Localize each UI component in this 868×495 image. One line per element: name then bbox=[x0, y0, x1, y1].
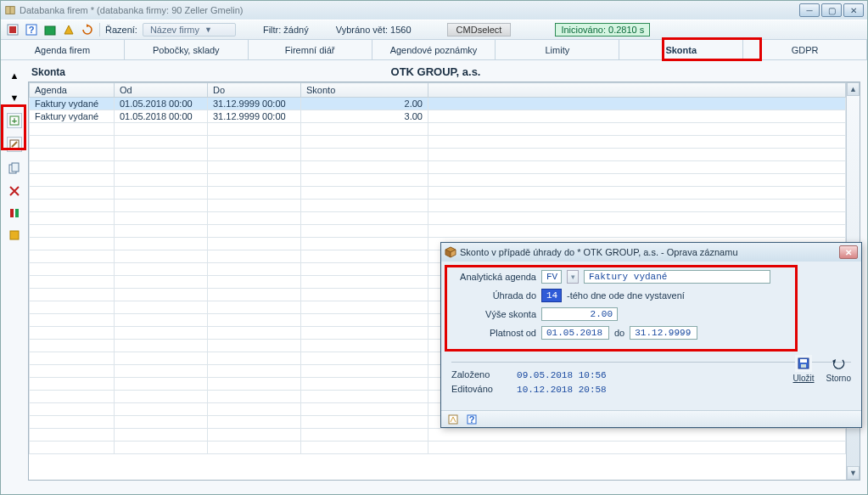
table-row[interactable] bbox=[30, 225, 846, 238]
svg-text:?: ? bbox=[469, 414, 475, 425]
new-record-icon[interactable]: + bbox=[7, 113, 22, 128]
table-row[interactable]: Faktury vydané 01.05.2018 00:00 31.12.99… bbox=[30, 98, 846, 110]
cell-od: 01.05.2018 00:00 bbox=[115, 98, 208, 110]
table-row[interactable] bbox=[30, 136, 846, 149]
dialog-titlebar[interactable]: Skonto v případě úhrady do * OTK GROUP, … bbox=[441, 243, 861, 262]
amount-input[interactable]: 2.00 bbox=[541, 307, 618, 321]
valid-from-label: Platnost od bbox=[451, 328, 536, 338]
tab-agenda-firem[interactable]: Agenda firem bbox=[1, 40, 125, 59]
scroll-up-button[interactable]: ▲ bbox=[847, 82, 860, 96]
table-row[interactable] bbox=[30, 212, 846, 225]
sort-value: Název firmy bbox=[150, 25, 199, 35]
tab-agendove-poznamky[interactable]: Agendové poznámky bbox=[372, 40, 496, 59]
svg-text:?: ? bbox=[29, 25, 35, 35]
cell-agenda: Faktury vydané bbox=[30, 98, 115, 110]
cell-skonto: 3.00 bbox=[301, 110, 428, 123]
col-do[interactable]: Do bbox=[208, 83, 301, 98]
undo-icon bbox=[830, 355, 847, 372]
refresh-icon[interactable] bbox=[81, 23, 94, 37]
table-row[interactable] bbox=[30, 149, 846, 161]
cell-do: 31.12.9999 00:00 bbox=[208, 98, 301, 110]
tab-firemni-diar[interactable]: Firemní diář bbox=[249, 40, 372, 59]
due-suffix-label: -tého dne ode dne vystavení bbox=[567, 290, 685, 301]
status-box: Iniciováno: 0.2810 s bbox=[555, 23, 650, 37]
due-label: Úhrada do bbox=[451, 290, 536, 301]
maximize-button[interactable]: ▢ bbox=[821, 3, 842, 17]
chevron-down-icon: ▾ bbox=[571, 273, 575, 281]
tab-skonta[interactable]: Skonta bbox=[619, 40, 743, 59]
company-name: OTK GROUP, a.s. bbox=[65, 65, 806, 78]
svg-rect-13 bbox=[10, 209, 14, 217]
table-row[interactable] bbox=[30, 442, 846, 454]
scroll-down-button[interactable]: ▼ bbox=[847, 466, 860, 480]
table-row[interactable] bbox=[30, 429, 846, 442]
selected-label: Vybráno vět: 1560 bbox=[336, 25, 412, 35]
panel-title: Skonta bbox=[31, 66, 65, 78]
agenda-name-input[interactable]: Faktury vydané bbox=[584, 270, 770, 284]
created-value: 09.05.2018 10:56 bbox=[517, 370, 607, 380]
dialog-close-button[interactable]: ✕ bbox=[839, 245, 858, 259]
due-value-input[interactable]: 14 bbox=[541, 289, 562, 302]
copy-record-icon[interactable] bbox=[7, 160, 22, 176]
minimize-button[interactable]: ─ bbox=[799, 3, 820, 17]
valid-to-label: do bbox=[614, 328, 624, 338]
sort-dropdown[interactable]: Název firmy ▼ bbox=[143, 23, 236, 37]
app-icon bbox=[4, 4, 16, 16]
table-row[interactable] bbox=[30, 187, 846, 200]
cancel-button[interactable]: Storno bbox=[826, 355, 851, 383]
edited-value: 10.12.2018 20:58 bbox=[517, 385, 607, 395]
cell-skonto: 2.00 bbox=[301, 98, 428, 110]
svg-rect-20 bbox=[800, 359, 807, 363]
tool-icon-8[interactable] bbox=[8, 228, 21, 242]
box-icon bbox=[445, 246, 456, 258]
cell-filler bbox=[428, 110, 846, 123]
toolbar-icon-1[interactable] bbox=[6, 23, 20, 37]
col-filler bbox=[428, 83, 846, 98]
footer-icon-1[interactable] bbox=[446, 413, 460, 426]
valid-from-input[interactable]: 01.05.2018 bbox=[541, 326, 609, 340]
delete-record-icon[interactable] bbox=[8, 184, 21, 198]
cell-od: 01.05.2018 00:00 bbox=[115, 110, 208, 123]
table-row[interactable]: Faktury vydané 01.05.2018 00:00 31.12.99… bbox=[30, 110, 846, 123]
window-title-text: Databanka firem * (databanka firmy: 90 Z… bbox=[20, 5, 244, 15]
grid-header-row: Agenda Od Do Skonto bbox=[30, 83, 846, 98]
agenda-code-input[interactable]: FV bbox=[541, 270, 562, 284]
toolbar-separator bbox=[99, 23, 100, 37]
first-record-icon[interactable]: ▲ bbox=[8, 69, 21, 82]
filter-label: Filtr: žádný bbox=[263, 25, 309, 35]
tool-icon-7[interactable] bbox=[8, 206, 21, 220]
svg-rect-14 bbox=[15, 209, 19, 217]
svg-rect-15 bbox=[10, 231, 19, 239]
table-row[interactable] bbox=[30, 174, 846, 187]
toolbar-icon-4[interactable] bbox=[62, 23, 76, 37]
toolbar-icon-3[interactable] bbox=[43, 23, 57, 37]
cell-filler bbox=[428, 98, 846, 110]
tab-pobocky-sklady[interactable]: Pobočky, sklady bbox=[125, 40, 249, 59]
left-toolstrip: ▲ ▼ + bbox=[4, 64, 25, 487]
table-row[interactable] bbox=[30, 200, 846, 212]
sort-label: Řazení: bbox=[105, 25, 137, 35]
agenda-dropdown-button[interactable]: ▾ bbox=[567, 270, 579, 284]
toolbar: ? Řazení: Název firmy ▼ Filtr: žádný Vyb… bbox=[1, 20, 867, 40]
col-skonto[interactable]: Skonto bbox=[301, 83, 428, 98]
dialog-footer: ? bbox=[441, 410, 861, 427]
svg-rect-3 bbox=[9, 26, 16, 33]
last-record-icon[interactable]: ▼ bbox=[8, 91, 21, 104]
valid-to-input[interactable]: 31.12.9999 bbox=[630, 326, 697, 340]
created-label: Založeno bbox=[451, 369, 511, 380]
dialog-title-text: Skonto v případě úhrady do * OTK GROUP, … bbox=[460, 247, 738, 257]
help-icon[interactable]: ? bbox=[25, 23, 38, 37]
col-agenda[interactable]: Agenda bbox=[30, 83, 115, 98]
tab-limity[interactable]: Limity bbox=[496, 40, 619, 59]
col-od[interactable]: Od bbox=[115, 83, 208, 98]
save-button[interactable]: Uložit bbox=[793, 355, 815, 383]
chevron-down-icon: ▼ bbox=[204, 25, 212, 34]
table-row[interactable] bbox=[30, 123, 846, 136]
edit-record-icon[interactable] bbox=[7, 137, 22, 152]
footer-help-icon[interactable]: ? bbox=[465, 413, 479, 426]
table-row[interactable] bbox=[30, 161, 846, 174]
close-button[interactable]: ✕ bbox=[843, 3, 864, 17]
tab-gdpr[interactable]: GDPR bbox=[743, 40, 867, 59]
cmdselect-button[interactable]: CMDselect bbox=[447, 23, 512, 37]
tabs-row: Agenda firem Pobočky, sklady Firemní diá… bbox=[1, 40, 867, 60]
